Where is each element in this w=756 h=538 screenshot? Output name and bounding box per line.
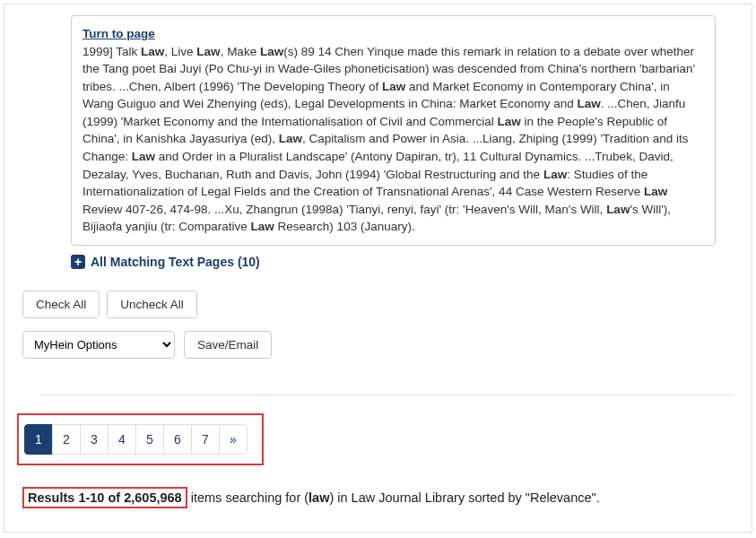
divider [40,395,734,395]
snippet-box: Turn to page 1999] Talk Law, Live Law, M… [71,15,716,246]
page-7[interactable]: 7 [191,424,220,455]
pagination: 1 2 3 4 5 6 7 » [24,424,248,455]
results-summary: Results 1-10 of 2,605,968 items searchin… [22,487,734,508]
snippet-text: 1999] Talk Law, Live Law, Make Law(s) 89… [83,45,695,234]
page-next[interactable]: » [219,424,248,455]
myhein-options-select[interactable]: MyHein Options [22,331,175,359]
check-all-button[interactable]: Check All [22,291,100,318]
page-5[interactable]: 5 [135,424,164,455]
page-4[interactable]: 4 [108,424,136,455]
plus-icon: + [71,255,85,269]
page-6[interactable]: 6 [163,424,192,455]
page-2[interactable]: 2 [52,424,81,455]
save-email-button[interactable]: Save/Email [184,331,272,359]
pagination-highlight-box: 1 2 3 4 5 6 7 » [17,413,264,465]
turn-to-page-link[interactable]: Turn to page [83,27,155,40]
all-matching-pages-link[interactable]: + All Matching Text Pages (10) [71,255,734,269]
results-count-box: Results 1-10 of 2,605,968 [22,487,187,508]
uncheck-all-button[interactable]: Uncheck All [107,291,197,318]
matching-label: All Matching Text Pages (10) [91,255,260,269]
page-3[interactable]: 3 [80,424,109,455]
page-1[interactable]: 1 [24,424,53,455]
